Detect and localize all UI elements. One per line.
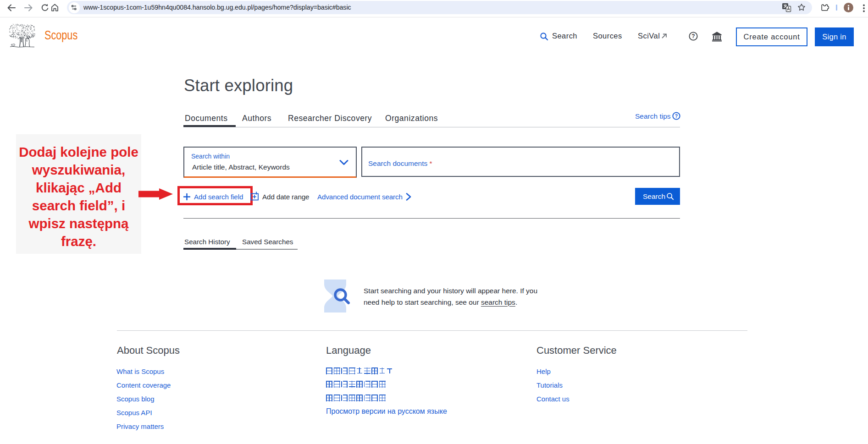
svg-text:?: ? (675, 113, 678, 119)
svg-text:?: ? (691, 33, 695, 39)
